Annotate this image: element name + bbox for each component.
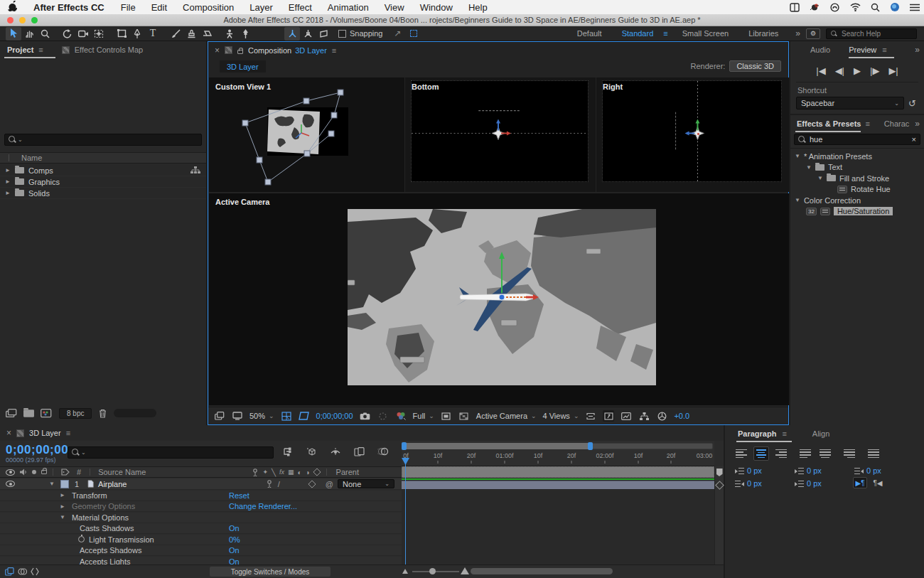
tree-item-rotate-hue[interactable]: Rotate Hue <box>790 184 924 195</box>
lock-column-icon[interactable] <box>41 470 47 474</box>
indent-left-value[interactable]: 0 px <box>747 466 762 475</box>
airplane-shy-switch[interactable] <box>266 480 273 488</box>
view-axis-mode-button[interactable] <box>316 27 331 41</box>
timeline-search-box[interactable]: ⌄ <box>68 446 274 459</box>
parent-pickwhip-icon[interactable]: @ <box>326 480 333 488</box>
menu-layer[interactable]: Layer <box>242 2 281 13</box>
hand-tool[interactable] <box>21 27 37 41</box>
first-frame-button[interactable]: |◀ <box>816 65 825 76</box>
pan-behind-tool[interactable] <box>91 27 107 41</box>
solo-column-icon[interactable] <box>32 470 36 474</box>
brush-tool[interactable] <box>168 27 183 41</box>
expand-layer-switches-icon[interactable] <box>5 567 14 576</box>
local-axis-mode-button[interactable] <box>284 27 300 41</box>
composition-tab-comp-name[interactable]: 3D Layer <box>295 46 327 55</box>
magnification-dropdown[interactable]: 50% ⌄ <box>249 412 274 420</box>
channel-rgb-icon[interactable] <box>395 410 407 422</box>
menu-composition[interactable]: Composition <box>175 2 242 13</box>
layer-row-airplane[interactable]: ▼ 1 Airplane / @ None ⌄ <box>0 478 402 490</box>
menubar-app-name[interactable]: After Effects CC <box>25 2 113 13</box>
tab-align[interactable]: Align <box>812 429 829 438</box>
workspace-small-screen[interactable]: Small Screen <box>672 29 738 38</box>
rotation-tool[interactable] <box>60 27 75 41</box>
close-composition-tab-icon[interactable]: × <box>215 46 220 55</box>
sphere-tray-icon[interactable] <box>810 3 820 12</box>
workspace-options-button[interactable]: ⚙ <box>806 28 820 39</box>
shortcut-dropdown[interactable]: Spacebar ⌄ <box>796 97 904 109</box>
project-search-box[interactable]: ⌄ <box>4 134 202 146</box>
indent-first-line-field[interactable]: 0 px <box>795 466 822 475</box>
type-tool[interactable]: T <box>145 27 161 41</box>
view-layout-dropdown[interactable]: 4 Views ⌄ <box>543 412 579 420</box>
workspace-overflow-chevrons[interactable]: » <box>795 28 799 38</box>
effects-search-clear-icon[interactable]: × <box>912 135 916 144</box>
workspace-default[interactable]: Default <box>567 29 612 38</box>
rectangle-tool[interactable] <box>114 27 129 41</box>
close-window-button[interactable] <box>7 17 14 23</box>
airplane-disclosure-icon[interactable]: ▼ <box>49 481 55 487</box>
layer-color-swatch[interactable] <box>60 480 69 488</box>
collapse-switch-icon[interactable]: ✦ <box>262 469 268 476</box>
project-item-comps[interactable]: ► Comps <box>0 165 206 176</box>
tree-item-animation-presets[interactable]: ▼ * Animation Presets <box>790 151 924 161</box>
comp-marker-bin-icon[interactable] <box>716 469 723 476</box>
property-row-casts-shadows[interactable]: Casts Shadows On <box>0 523 402 534</box>
mask-visibility-icon[interactable] <box>299 410 310 422</box>
grid-guides-icon[interactable] <box>281 410 292 422</box>
comps-disclosure-icon[interactable]: ► <box>5 167 11 173</box>
shy-layers-icon[interactable] <box>330 447 341 459</box>
region-of-interest-icon[interactable] <box>441 410 452 422</box>
previous-frame-button[interactable]: ◀| <box>835 65 844 76</box>
snap-arrow-icon[interactable]: ↗ <box>390 27 406 41</box>
workspace-libraries[interactable]: Libraries <box>738 29 788 38</box>
tree-item-color-correction[interactable]: ▼ Color Correction <box>790 195 924 205</box>
apple-menu-icon[interactable] <box>0 1 25 14</box>
menu-edit[interactable]: Edit <box>144 2 175 13</box>
motion-blur-icon[interactable] <box>377 447 389 459</box>
preview-panel-menu-icon[interactable]: ≡ <box>882 46 886 54</box>
tab-effects-presets[interactable]: Effects & Presets <box>797 119 861 128</box>
snapping-toggle[interactable]: Snapping <box>338 29 383 38</box>
snapshot-camera-icon[interactable] <box>360 410 371 422</box>
label-column-icon[interactable] <box>61 469 70 476</box>
camera-tool[interactable] <box>75 27 91 41</box>
casts-shadows-value[interactable]: On <box>229 524 240 532</box>
tab-paragraph[interactable]: Paragraph <box>738 429 776 438</box>
effects-panel-menu-icon[interactable]: ≡ <box>866 119 870 128</box>
geometry-disclosure-icon[interactable]: ► <box>60 503 65 510</box>
menu-window[interactable]: Window <box>412 2 461 13</box>
tab-character[interactable]: Charac <box>884 119 909 128</box>
wifi-tray-icon[interactable] <box>850 3 861 11</box>
workspace-standard[interactable]: Standard <box>612 29 664 38</box>
airplane-layer-duration-bar[interactable] <box>402 481 714 490</box>
view-camera-dropdown[interactable]: Active Camera ⌄ <box>476 412 537 420</box>
airplane-quality-switch[interactable]: / <box>278 480 280 488</box>
work-area-bar[interactable] <box>404 443 591 449</box>
parent-dropdown[interactable]: None ⌄ <box>338 479 394 488</box>
justify-last-left-button[interactable] <box>797 446 813 461</box>
property-row-light-transmission[interactable]: Light Transmission 0% <box>0 535 402 545</box>
indent-left-field[interactable]: 0 px <box>735 466 762 475</box>
space-after-field[interactable]: 0 px <box>795 479 822 488</box>
expand-transfer-controls-icon[interactable] <box>18 567 27 576</box>
snapping-checkbox[interactable] <box>338 30 346 38</box>
property-row-material-options[interactable]: ▼ Material Options <box>0 513 402 523</box>
renderer-value-button[interactable]: Classic 3D <box>729 60 781 72</box>
viewer-comp-tab[interactable]: 3D Layer <box>220 60 266 73</box>
time-ruler[interactable]: 0f 10f 20f 01:00f 10f 20f 02:00f 10f 20f… <box>402 441 714 466</box>
timeline-horizontal-scrollbar[interactable] <box>471 568 613 574</box>
composition-tab-label[interactable]: Composition <box>248 46 291 55</box>
graphics-disclosure-icon[interactable]: ► <box>5 178 11 185</box>
timeline-zoom-slider-track[interactable] <box>412 571 459 572</box>
interpret-footage-icon[interactable] <box>6 409 17 417</box>
new-composition-icon[interactable] <box>41 409 52 418</box>
zoom-out-mountain-icon[interactable] <box>402 569 408 574</box>
adjustment-switch-icon[interactable]: ◑ <box>306 469 310 476</box>
text-disclosure-icon[interactable]: ▼ <box>806 164 812 171</box>
effects-overflow-chevrons[interactable]: » <box>915 119 918 129</box>
exposure-value[interactable]: +0.0 <box>674 412 689 420</box>
menu-view[interactable]: View <box>377 2 412 13</box>
project-panel-menu-icon[interactable]: ≡ <box>38 46 43 54</box>
mini-flowchart-icon[interactable] <box>638 410 650 422</box>
indent-right-field[interactable]: 0 px <box>854 466 881 475</box>
